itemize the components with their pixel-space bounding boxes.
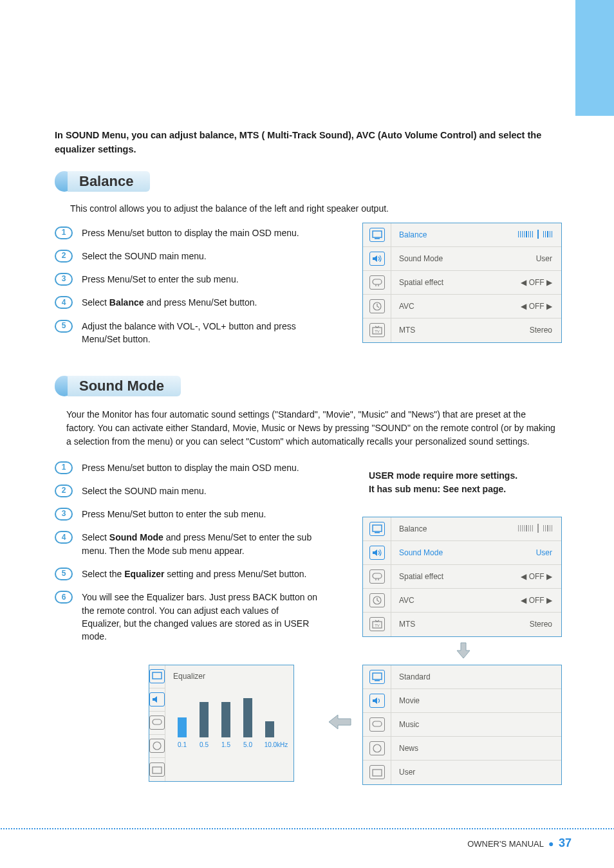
osd-mode-standard[interactable]: Standard — [363, 665, 561, 689]
balance-title: Balance — [68, 171, 150, 192]
eq-band-label: 0.5 — [198, 741, 210, 748]
setup-icon — [369, 717, 385, 732]
equalizer-labels: 0.10.51.55.010.0kHz — [173, 741, 289, 748]
osd-row-balance[interactable]: Balance — [363, 223, 561, 247]
intro-text: In SOUND Menu, you can adjust balance, M… — [55, 129, 562, 157]
svg-rect-12 — [373, 673, 382, 679]
osd-balance-panel: Balance Sound Mode User Spatial effect ◀… — [362, 223, 562, 343]
svg-rect-17 — [153, 672, 162, 679]
eq-bar[interactable] — [178, 717, 187, 737]
svg-rect-1 — [375, 238, 380, 239]
osd-sound-panel: Balance Sound Mode User Spatial effect ◀… — [362, 517, 562, 637]
tv-icon: TV — [369, 323, 385, 337]
eq-band-label: 0.1 — [176, 741, 189, 748]
arrow-left-icon — [326, 714, 352, 733]
eq-bar[interactable] — [265, 721, 274, 737]
osd-mode-music[interactable]: Music — [363, 713, 561, 737]
sound-mode-title: Sound Mode — [68, 376, 181, 396]
osd-row-spatial-2[interactable]: Spatial effect ◀ OFF ▶ — [363, 565, 561, 589]
clock-icon — [149, 739, 165, 753]
svg-text:TV: TV — [375, 329, 380, 333]
svg-rect-8 — [373, 573, 382, 578]
bottom-divider — [0, 828, 614, 829]
section-title-balance: Balance — [55, 171, 171, 192]
speaker-icon — [149, 692, 165, 706]
svg-rect-7 — [375, 532, 380, 533]
svg-rect-16 — [373, 770, 382, 776]
osd-row-sound-mode[interactable]: Sound Mode User — [363, 247, 561, 271]
svg-text:TV: TV — [375, 623, 380, 627]
svg-rect-20 — [153, 767, 162, 773]
svg-rect-0 — [373, 231, 382, 237]
balance-slider-icon — [518, 230, 552, 239]
speaker-icon — [369, 252, 385, 266]
picture-icon — [149, 669, 165, 683]
balance-description: This control allows you to adjust the ba… — [70, 203, 562, 214]
eq-bar[interactable] — [200, 702, 209, 737]
footer: OWNER'S MANUAL ● 37 — [467, 836, 572, 850]
speaker-icon — [369, 694, 385, 708]
clock-icon — [369, 741, 385, 755]
picture-icon — [369, 228, 385, 242]
top-accent-band — [575, 0, 614, 116]
svg-rect-13 — [375, 680, 380, 681]
osd-equalizer-panel: Equalizer 0.10.51.55.010.0kHz — [149, 665, 294, 782]
svg-rect-2 — [373, 279, 382, 284]
osd-row-sound-mode-2[interactable]: Sound Mode User — [363, 541, 561, 565]
osd-row-avc-2[interactable]: AVC ◀ OFF ▶ — [363, 589, 561, 613]
eq-band-label: 1.5 — [219, 741, 232, 748]
section-title-sound-mode: Sound Mode — [55, 376, 203, 396]
equalizer-title: Equalizer — [173, 672, 289, 681]
setup-icon — [369, 275, 385, 290]
eq-bar[interactable] — [221, 702, 230, 737]
speaker-icon — [369, 546, 385, 560]
osd-mode-news[interactable]: News — [363, 737, 561, 761]
arrow-down-icon — [455, 642, 472, 662]
osd-mode-movie[interactable]: Movie — [363, 689, 561, 713]
svg-rect-6 — [373, 525, 382, 531]
svg-rect-14 — [373, 721, 382, 726]
osd-modes-panel: Standard Movie Music News User — [362, 665, 562, 785]
setup-icon — [369, 569, 385, 584]
svg-rect-18 — [153, 719, 162, 725]
clock-icon — [369, 299, 385, 313]
eq-band-label: 10.0kHz — [263, 741, 289, 748]
sound-mode-description: Your the Monitor has four automatic soun… — [66, 408, 555, 448]
osd-mode-user[interactable]: User — [363, 761, 561, 784]
osd-row-mts-2[interactable]: TV MTS Stereo — [363, 613, 561, 636]
tv-icon — [149, 762, 165, 777]
clock-icon — [369, 593, 385, 607]
eq-bar[interactable] — [243, 698, 252, 737]
picture-icon — [369, 522, 385, 536]
setup-icon — [149, 716, 165, 730]
picture-icon — [369, 670, 385, 684]
tv-icon — [369, 765, 385, 779]
equalizer-bars[interactable] — [173, 687, 289, 737]
svg-point-15 — [373, 744, 381, 752]
eq-band-label: 5.0 — [241, 741, 254, 748]
svg-point-19 — [153, 742, 161, 750]
tv-icon: TV — [369, 617, 385, 631]
osd-row-mts[interactable]: TV MTS Stereo — [363, 319, 561, 342]
osd-row-avc[interactable]: AVC ◀ OFF ▶ — [363, 295, 561, 319]
user-mode-note: USER mode require more settings. It has … — [369, 469, 543, 497]
osd-row-balance-2[interactable]: Balance — [363, 517, 561, 541]
osd-row-spatial[interactable]: Spatial effect ◀ OFF ▶ — [363, 271, 561, 295]
